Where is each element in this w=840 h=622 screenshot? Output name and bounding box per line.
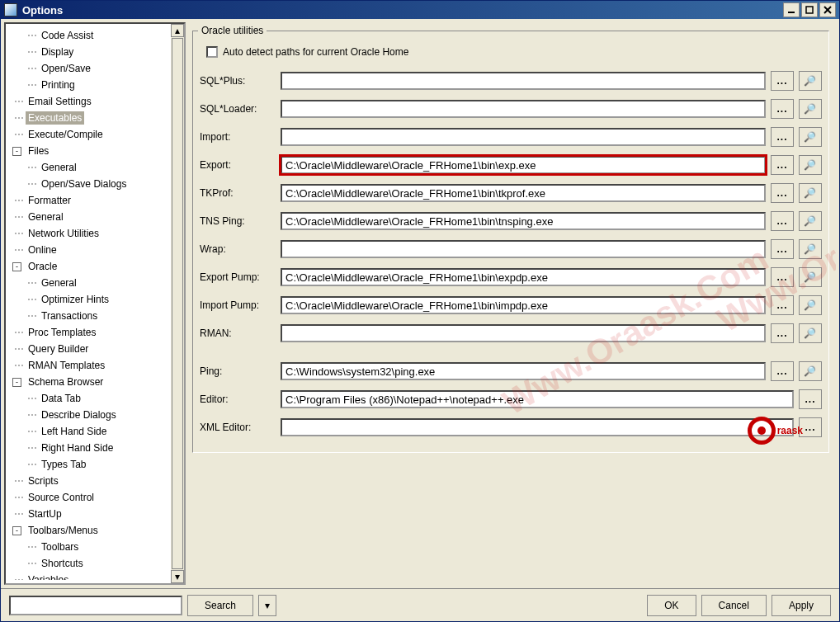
tree-item[interactable]: ⋯Display xyxy=(12,44,184,60)
path-input[interactable] xyxy=(281,184,766,202)
scroll-down-button[interactable]: ▾ xyxy=(171,570,184,583)
search-button[interactable]: Search xyxy=(187,595,253,616)
find-button[interactable]: 🔎 xyxy=(799,267,822,287)
find-button[interactable]: 🔎 xyxy=(799,71,822,91)
path-input[interactable] xyxy=(281,324,766,342)
tree-connector: ⋯ xyxy=(26,442,39,454)
tree-item[interactable]: ⋯Toolbars xyxy=(12,539,184,555)
tree-item[interactable]: ⋯General xyxy=(12,275,184,291)
path-input[interactable] xyxy=(281,390,794,408)
tree-item[interactable]: ⋯Describe Dialogs xyxy=(12,407,184,423)
field-row: TKProf:...🔎 xyxy=(200,183,822,203)
category-tree[interactable]: ⋯Code Assist⋯Display⋯Open/Save⋯Printing⋯… xyxy=(6,27,184,580)
browse-button[interactable]: ... xyxy=(771,267,794,287)
tree-item[interactable]: ⋯General xyxy=(12,209,184,225)
search-input[interactable] xyxy=(9,596,182,615)
tree-scrollbar[interactable]: ▴ ▾ xyxy=(171,24,184,583)
tree-item[interactable]: ⋯Executables xyxy=(12,110,184,126)
tree-item-label: General xyxy=(39,276,79,290)
apply-button[interactable]: Apply xyxy=(772,595,831,616)
path-input[interactable] xyxy=(281,156,766,174)
browse-button[interactable]: ... xyxy=(771,71,794,91)
tree-item[interactable]: ⋯Code Assist xyxy=(12,27,184,44)
find-button[interactable]: 🔎 xyxy=(799,155,822,175)
find-button[interactable]: 🔎 xyxy=(799,99,822,119)
tree-item[interactable]: ⋯Source Control xyxy=(12,489,184,506)
tree-item[interactable]: ⋯Variables xyxy=(12,572,184,580)
tree-item[interactable]: ⋯Scripts xyxy=(12,473,184,489)
find-button[interactable]: 🔎 xyxy=(799,239,822,259)
maximize-button[interactable] xyxy=(801,2,818,17)
path-input[interactable] xyxy=(281,418,794,436)
tree-connector: ⋯ xyxy=(26,409,39,421)
tree-item[interactable]: ⋯Proc Templates xyxy=(12,324,184,341)
minimize-button[interactable] xyxy=(783,2,800,17)
browse-button[interactable]: ... xyxy=(771,239,794,259)
tree-item[interactable]: ⋯Transactions xyxy=(12,308,184,324)
tree-item-label: Code Assist xyxy=(39,29,96,42)
tree-item[interactable]: ⋯Execute/Compile xyxy=(12,126,184,143)
browse-button[interactable]: ... xyxy=(771,99,794,119)
ok-button[interactable]: OK xyxy=(647,595,696,616)
tree-toggle-icon[interactable]: - xyxy=(12,147,21,156)
tree-item[interactable]: ⋯Network Utilities xyxy=(12,225,184,242)
find-button[interactable]: 🔎 xyxy=(799,211,822,231)
tree-item[interactable]: ⋯Open/Save Dialogs xyxy=(12,176,184,192)
tree-item[interactable]: ⋯Left Hand Side xyxy=(12,423,184,440)
path-input[interactable] xyxy=(281,72,766,90)
tree-item[interactable]: ⋯RMAN Templates xyxy=(12,357,184,374)
tree-item[interactable]: ⋯Right Hand Side xyxy=(12,440,184,456)
browse-button[interactable]: ... xyxy=(771,127,794,147)
browse-button[interactable]: ... xyxy=(771,183,794,203)
find-button[interactable]: 🔎 xyxy=(799,323,822,343)
tree-item-label: Scripts xyxy=(26,474,61,488)
tree-item[interactable]: ⋯Optimizer Hints xyxy=(12,291,184,308)
tree-item[interactable]: ⋯General xyxy=(12,159,184,176)
tree-item[interactable]: ⋯Printing xyxy=(12,77,184,93)
browse-button[interactable]: ... xyxy=(771,295,794,315)
path-input[interactable] xyxy=(281,268,766,286)
tree-toggle-icon[interactable]: - xyxy=(12,526,21,535)
tree-item[interactable]: ⋯Types Tab xyxy=(12,456,184,473)
scroll-thumb[interactable] xyxy=(172,38,183,569)
path-input[interactable] xyxy=(281,128,766,146)
scroll-up-button[interactable]: ▴ xyxy=(171,24,184,37)
path-input[interactable] xyxy=(281,240,766,258)
tree-item[interactable]: ⋯Query Builder xyxy=(12,341,184,357)
tree-item[interactable]: ⋯StartUp xyxy=(12,506,184,522)
browse-button[interactable]: ... xyxy=(771,211,794,231)
tree-toggle-icon[interactable]: - xyxy=(12,378,21,387)
browse-button[interactable]: ... xyxy=(771,155,794,175)
tree-item[interactable]: ⋯Email Settings xyxy=(12,93,184,110)
path-input[interactable] xyxy=(281,212,766,230)
tree-item-label: RMAN Templates xyxy=(26,359,107,372)
close-button[interactable] xyxy=(819,2,836,17)
browse-button[interactable]: ... xyxy=(799,389,822,409)
browse-button[interactable]: ... xyxy=(799,417,822,437)
auto-detect-checkbox[interactable] xyxy=(206,46,218,58)
tree-item[interactable]: -Schema Browser xyxy=(12,374,184,390)
path-input[interactable] xyxy=(281,296,766,314)
browse-button[interactable]: ... xyxy=(771,361,794,381)
search-options-button[interactable]: ▾ xyxy=(258,595,276,616)
tree-toggle-icon[interactable]: - xyxy=(12,262,21,271)
find-button[interactable]: 🔎 xyxy=(799,183,822,203)
path-input[interactable] xyxy=(281,362,766,380)
tree-item-label: Open/Save Dialogs xyxy=(39,177,129,191)
tree-item[interactable]: ⋯Open/Save xyxy=(12,60,184,77)
tree-item[interactable]: ⋯Online xyxy=(12,242,184,258)
path-input[interactable] xyxy=(281,100,766,118)
tree-item[interactable]: ⋯Data Tab xyxy=(12,390,184,407)
browse-button[interactable]: ... xyxy=(771,323,794,343)
find-button[interactable]: 🔎 xyxy=(799,295,822,315)
tree-item[interactable]: ⋯Shortcuts xyxy=(12,555,184,572)
field-label: Export: xyxy=(200,159,276,171)
cancel-button[interactable]: Cancel xyxy=(701,595,767,616)
tree-item[interactable]: -Toolbars/Menus xyxy=(12,522,184,539)
tree-item[interactable]: -Files xyxy=(12,143,184,159)
find-button[interactable]: 🔎 xyxy=(799,361,822,381)
tree-connector: ⋯ xyxy=(26,63,39,74)
tree-item[interactable]: ⋯Formatter xyxy=(12,192,184,209)
find-button[interactable]: 🔎 xyxy=(799,127,822,147)
tree-item[interactable]: -Oracle xyxy=(12,258,184,275)
